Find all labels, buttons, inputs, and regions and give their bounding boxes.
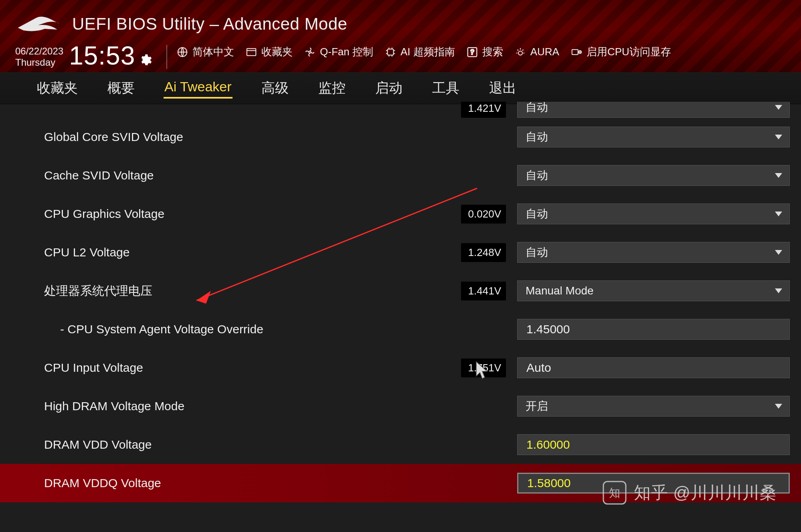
tab-exit[interactable]: 退出 <box>488 77 517 99</box>
setting-row-cache-svid[interactable]: Cache SVID Voltage . 自动 <box>0 156 801 195</box>
setting-readout: 1.421V <box>461 102 506 118</box>
tab-advanced[interactable]: 高级 <box>261 77 289 99</box>
settings-panel: 1.421V 自动 Global Core SVID Voltage . 自动 <box>0 104 801 532</box>
setting-label: Global Core SVID Voltage <box>44 130 461 144</box>
chevron-down-icon <box>775 404 782 409</box>
svg-rect-1 <box>247 48 256 56</box>
setting-dropdown[interactable]: 开启 <box>517 396 790 417</box>
rog-logo-icon <box>16 11 60 33</box>
gear-icon[interactable] <box>138 43 152 73</box>
tab-boot[interactable]: 启动 <box>374 77 403 99</box>
setting-dropdown[interactable]: Manual Mode <box>517 280 790 301</box>
setting-row-cpu-l2-voltage[interactable]: CPU L2 Voltage 1.248V 自动 <box>0 233 801 272</box>
setting-dropdown[interactable]: 自动 <box>517 242 790 263</box>
setting-label: DRAM VDD Voltage <box>44 438 461 451</box>
setting-textfield[interactable]: Auto <box>517 357 790 378</box>
tab-monitor[interactable]: 监控 <box>318 77 346 99</box>
divider <box>166 45 167 69</box>
bios-time[interactable]: 15:53 <box>69 41 135 71</box>
textfield-value: 1.45000 <box>526 322 570 336</box>
action-language-label: 简体中文 <box>192 45 234 59</box>
watermark: 知 知乎 @川川川川桑 <box>603 481 777 505</box>
setting-readout: 0.020V <box>461 205 506 224</box>
action-search[interactable]: ? 搜索 <box>466 45 503 59</box>
svg-rect-7 <box>572 49 578 54</box>
chevron-down-icon <box>775 173 782 178</box>
setting-readout: 1.751V <box>461 359 506 377</box>
setting-label: CPU Graphics Voltage <box>44 207 461 221</box>
setting-dropdown[interactable]: 自动 <box>517 127 790 147</box>
bios-header: UEFI BIOS Utility – Advanced Mode 06/22/… <box>0 0 801 72</box>
chevron-down-icon <box>775 250 782 255</box>
dropdown-value: 自动 <box>526 245 548 260</box>
action-search-label: 搜索 <box>482 45 503 59</box>
tab-ai-tweaker[interactable]: Ai Tweaker <box>164 77 233 99</box>
setting-row-cpu-system-agent-voltage[interactable]: 处理器系统代理电压 1.441V Manual Mode <box>0 272 801 310</box>
setting-row-global-core-svid[interactable]: Global Core SVID Voltage . 自动 <box>0 118 801 156</box>
setting-row-sa-voltage-override[interactable]: - CPU System Agent Voltage Override . 1.… <box>0 310 801 349</box>
setting-label <box>44 104 461 118</box>
action-qfan-label: Q-Fan 控制 <box>320 45 373 59</box>
textfield-value: 1.60000 <box>526 438 570 451</box>
main-nav-tabs: 收藏夹 概要 Ai Tweaker 高级 监控 启动 工具 退出 <box>0 72 801 104</box>
dropdown-value: 自动 <box>526 168 548 183</box>
action-favorites-label: 收藏夹 <box>261 45 293 59</box>
svg-text:?: ? <box>470 48 474 56</box>
action-resize-bar-label: 启用CPU访问显存 <box>587 45 671 59</box>
setting-dropdown[interactable]: 自动 <box>517 204 790 224</box>
action-resize-bar[interactable]: 启用CPU访问显存 <box>570 45 671 59</box>
action-qfan[interactable]: Q-Fan 控制 <box>304 45 373 59</box>
zhihu-icon: 知 <box>603 481 627 505</box>
setting-label: DRAM VDDQ Voltage <box>44 476 461 490</box>
bios-title: UEFI BIOS Utility – Advanced Mode <box>72 14 347 34</box>
action-ai-oc-label: AI 超频指南 <box>400 45 455 59</box>
bios-date: 06/22/2023 <box>15 46 63 57</box>
setting-textfield[interactable]: 1.45000 <box>517 319 790 340</box>
textfield-value: 1.58000 <box>527 476 570 490</box>
tab-main[interactable]: 概要 <box>107 77 136 99</box>
setting-readout: 1.441V <box>461 282 506 300</box>
action-language[interactable]: 简体中文 <box>176 45 234 59</box>
svg-point-6 <box>518 51 522 55</box>
action-aura[interactable]: AURA <box>514 46 559 58</box>
dropdown-value: 开启 <box>526 399 548 414</box>
setting-dropdown[interactable]: 自动 <box>517 102 790 118</box>
dropdown-value: 自动 <box>526 206 548 222</box>
top-action-bar: 简体中文 收藏夹 Q-Fan 控制 AI 超频指南 ? 搜索 AURA <box>176 45 671 59</box>
tab-favorites[interactable]: 收藏夹 <box>36 77 79 99</box>
svg-point-2 <box>309 51 311 53</box>
setting-label: CPU L2 Voltage <box>44 246 461 259</box>
bios-day-of-week: Thursday <box>15 57 63 68</box>
setting-row-cpu-input-voltage[interactable]: CPU Input Voltage 1.751V Auto <box>0 349 801 387</box>
datetime-block: 06/22/2023 Thursday 15:53 <box>15 41 176 73</box>
svg-rect-3 <box>387 49 393 55</box>
svg-text:知: 知 <box>609 487 620 499</box>
action-favorites[interactable]: 收藏夹 <box>245 45 293 59</box>
setting-readout: 1.248V <box>461 243 506 262</box>
setting-label: 处理器系统代理电压 <box>44 283 461 299</box>
setting-row-cpu-graphics-voltage[interactable]: CPU Graphics Voltage 0.020V 自动 <box>0 195 801 233</box>
dropdown-value: 自动 <box>526 102 548 115</box>
setting-label: CPU Input Voltage <box>44 361 461 375</box>
action-aura-label: AURA <box>530 46 559 58</box>
tab-tool[interactable]: 工具 <box>431 77 460 99</box>
setting-label: High DRAM Voltage Mode <box>44 399 461 413</box>
chevron-down-icon <box>775 288 782 293</box>
setting-row-cut[interactable]: 1.421V 自动 <box>0 102 801 118</box>
setting-dropdown[interactable]: 自动 <box>517 165 790 186</box>
chevron-down-icon <box>775 135 782 139</box>
chevron-down-icon <box>775 212 782 216</box>
setting-textfield[interactable]: 1.60000 <box>517 434 790 455</box>
watermark-text: 知乎 @川川川川桑 <box>634 482 777 504</box>
setting-label: - CPU System Agent Voltage Override <box>44 322 461 336</box>
action-ai-oc[interactable]: AI 超频指南 <box>384 45 455 59</box>
dropdown-value: 自动 <box>526 129 548 145</box>
chevron-down-icon <box>775 105 782 110</box>
setting-label: Cache SVID Voltage <box>44 169 461 182</box>
setting-row-dram-vdd-voltage[interactable]: DRAM VDD Voltage . 1.60000 <box>0 425 801 464</box>
textfield-value: Auto <box>526 361 551 375</box>
dropdown-value: Manual Mode <box>526 284 594 297</box>
setting-row-high-dram-voltage-mode[interactable]: High DRAM Voltage Mode . 开启 <box>0 387 801 425</box>
